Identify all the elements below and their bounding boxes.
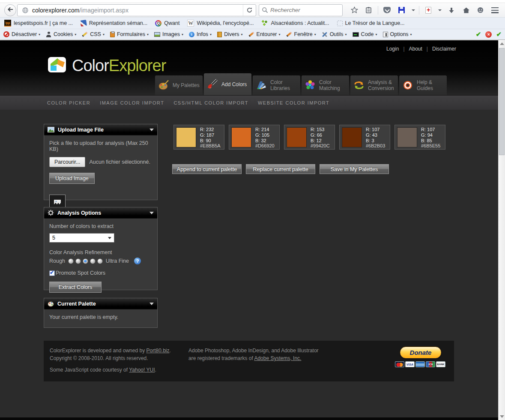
reload-icon (246, 7, 253, 13)
downloads-button[interactable] (446, 5, 457, 16)
menu-button[interactable] (490, 5, 501, 16)
extract-colors-button[interactable]: Extract Colors (49, 282, 102, 293)
tab-color-libraries[interactable]: Color Libraries (253, 75, 300, 95)
donate-button[interactable]: Donate (400, 347, 441, 358)
bookmark-item[interactable]: Le Trésor de la Langue... (337, 20, 405, 26)
devbar-item-code[interactable]: Code (353, 31, 377, 37)
devbar-item-resize[interactable]: Fenêtre (286, 31, 316, 37)
search-box[interactable] (259, 4, 343, 16)
bookmark-item[interactable]: Alsacréations : Actualit... (261, 20, 329, 27)
red-value: R: 232 (200, 127, 221, 132)
addon-medkit-button[interactable] (423, 5, 434, 16)
devbar-label: Entourer (257, 31, 277, 37)
scroll-down-arrow-icon[interactable] (500, 415, 504, 418)
port80-link[interactable]: Port80.biz (146, 348, 169, 354)
scrollbar-thumb[interactable] (499, 48, 505, 155)
devbar-label: Divers (224, 31, 239, 37)
promote-spot-colors-row: Promote Spot Colors (49, 270, 152, 276)
tab-color-matching[interactable]: Color Matching (302, 75, 349, 95)
addon-medkit-dropdown[interactable] (437, 5, 442, 16)
tab-analysis-conversion[interactable]: Analysis & Conversion (350, 75, 398, 95)
refinement-radio-1[interactable] (68, 258, 74, 264)
color-chip[interactable] (397, 127, 417, 147)
save-page-button[interactable] (396, 5, 407, 16)
feedback-smiley-button[interactable] (475, 5, 486, 16)
analysis-panel-header[interactable]: Analysis Options (44, 207, 157, 219)
devbar-item-misc[interactable]: Divers (217, 31, 242, 37)
bookmark-label: Représentation séman... (89, 20, 147, 26)
append-to-palette-button[interactable]: Append to current palette (172, 164, 242, 174)
save-page-dropdown[interactable] (411, 5, 416, 16)
panel-title: Analysis Options (57, 210, 146, 216)
page-content: Upload Image File Pick a file to upload … (0, 110, 498, 420)
browse-file-button[interactable]: Parcourir... (49, 157, 85, 167)
scroll-up-arrow-icon[interactable] (500, 42, 504, 45)
devbar-item-css[interactable]: CSS (82, 31, 105, 37)
url-bar[interactable]: colorexplorer.com/imageimport.aspx (17, 4, 256, 16)
color-chip[interactable] (176, 127, 196, 147)
devbar-item-images[interactable]: Images (154, 31, 183, 37)
palette-panel-header[interactable]: Current Palette (44, 298, 157, 309)
color-chip[interactable] (342, 127, 362, 147)
subnav-website-color-import[interactable]: WEBSITE COLOR IMPORT (258, 100, 329, 105)
bookmark-item[interactable]: Qwant (155, 20, 179, 27)
subnav-image-color-import[interactable]: IMAGE COLOR IMPORT (100, 100, 164, 105)
devbar-item-disable[interactable]: Désactiver (3, 31, 40, 37)
bookmark-item[interactable]: lespetitspois.fr | ça me ... (4, 20, 73, 27)
refinement-radio-3-selected[interactable] (83, 258, 88, 264)
no-file-text: Aucun fichier sélectionné. (89, 159, 150, 165)
disclaimer-link[interactable]: Disclaimer (432, 46, 456, 52)
search-input[interactable] (270, 7, 330, 13)
collapse-chevron-icon[interactable] (149, 303, 154, 305)
upload-image-button[interactable]: Upload Image (49, 173, 95, 184)
devbar-item-info[interactable]: Infos (189, 31, 212, 37)
devbar-item-tools[interactable]: Outils (322, 31, 347, 37)
tab-my-palettes[interactable]: My Palettes (155, 75, 203, 95)
pocket-button[interactable] (382, 5, 393, 16)
about-link[interactable]: About (409, 46, 422, 52)
color-chip[interactable] (231, 127, 251, 147)
devbar-item-outline[interactable]: Entourer (248, 31, 281, 37)
subnav-css-html-color-import[interactable]: CSS/HTML COLOR IMPORT (173, 100, 248, 105)
bookmark-item[interactable]: Wikipédia, l'encyclopé... (187, 20, 254, 27)
collapse-chevron-icon[interactable] (149, 129, 154, 131)
error-icon[interactable]: × (485, 31, 492, 38)
subnav-color-picker[interactable]: COLOR PICKER (47, 100, 90, 105)
separator: | (403, 46, 404, 52)
site-logo[interactable]: ColorExplorer (47, 56, 166, 75)
swatch-card-2: R: 214 G: 105 B: 32 #D66920 (229, 125, 280, 150)
refinement-radio-4[interactable] (90, 258, 96, 264)
footer-js-line: Some JavaScript code courtesy of Yahoo! … (50, 366, 171, 374)
tab-add-colors[interactable]: Add Colors (204, 73, 251, 95)
collapse-chevron-icon[interactable] (149, 212, 154, 214)
devbar-item-cookies[interactable]: Cookies (46, 31, 76, 37)
adobe-systems-link[interactable]: Adobe Systems, Inc. (254, 355, 301, 361)
color-count-select[interactable]: 5 (49, 233, 114, 243)
vertical-scrollbar[interactable] (498, 40, 505, 420)
help-icon[interactable]: ? (134, 258, 141, 264)
upload-panel-header[interactable]: Upload Image File (44, 124, 157, 135)
color-chip[interactable] (287, 127, 307, 147)
bookmark-item[interactable]: Représentation séman... (81, 20, 147, 26)
refinement-radio-5[interactable] (97, 258, 103, 264)
smiley-icon (477, 6, 484, 14)
bookmarks-menu-button[interactable] (363, 5, 374, 16)
promote-spot-colors-checkbox[interactable] (49, 270, 55, 276)
devbar-item-forms[interactable]: Formulaires (110, 31, 149, 37)
bookmark-star-button[interactable] (349, 5, 360, 16)
login-link[interactable]: Login (386, 46, 399, 52)
save-in-my-palettes-button[interactable]: Save in My Palettes (320, 164, 389, 174)
devbar-item-options[interactable]: Options (383, 31, 412, 37)
red-value: R: 214 (255, 127, 275, 132)
yahoo-yui-link[interactable]: Yahoo! YUI (129, 367, 155, 373)
swatch-values: R: 107 G: 94 B: 85 #6B5E55 (421, 127, 440, 149)
valid-check-icon[interactable]: ✔ (476, 30, 481, 38)
tab-help-guides[interactable]: Help & Guides (399, 75, 447, 95)
back-button[interactable] (4, 4, 16, 16)
refinement-radio-2[interactable] (75, 258, 81, 264)
replace-palette-button[interactable]: Replace current palette (246, 164, 315, 174)
valid-check-icon[interactable]: ✔ (496, 30, 502, 38)
reload-button[interactable] (243, 5, 256, 16)
home-button[interactable] (460, 5, 472, 16)
green-value: G: 66 (311, 132, 330, 138)
